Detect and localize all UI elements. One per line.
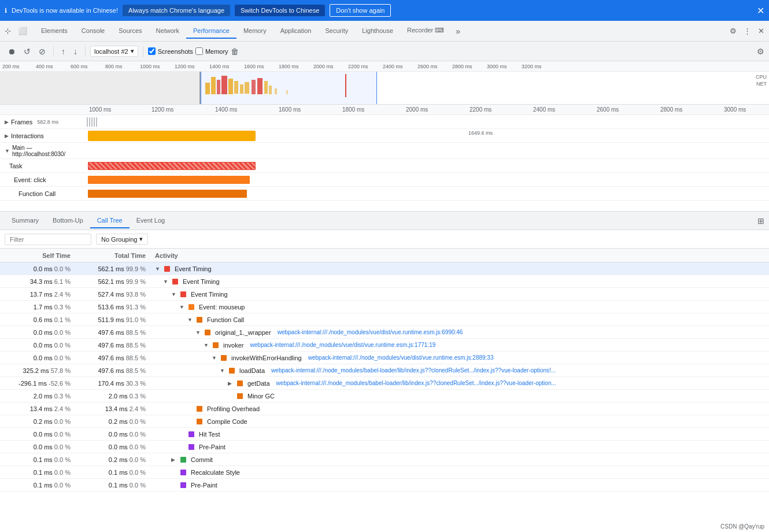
table-row[interactable]: 0.2 ms 0.0 % 0.2 ms 0.0 % Compile Code (0, 415, 769, 428)
activity-link[interactable]: webpack-internal:///./node_modules/babel… (271, 367, 556, 374)
tab-call-tree[interactable]: Call Tree (90, 213, 130, 228)
activity-link[interactable]: webpack-internal:///./node_modules/vue/d… (250, 342, 436, 348)
tree-toggle[interactable]: ▼ (163, 279, 170, 285)
screenshots-checkbox[interactable] (148, 47, 156, 55)
overview-chart[interactable]: CPU NET (0, 72, 769, 105)
call-tree-table[interactable]: Self Time Total Time Activity 0.0 ms 0.0… (0, 249, 769, 532)
header-self-time[interactable]: Self Time (0, 252, 75, 259)
table-row[interactable]: 2.0 ms 0.3 % 2.0 ms 0.3 % Minor GC (0, 390, 769, 402)
panel-expand-button[interactable]: ⊞ (757, 216, 764, 226)
close-devtools-button[interactable]: ✕ (756, 25, 767, 36)
device-mode-icon[interactable]: ⬜ (16, 25, 29, 36)
clear-button[interactable]: ⊘ (36, 45, 49, 58)
table-row[interactable]: -296.1 ms -52.6 % 170.4 ms 30.3 % ▶ getD… (0, 377, 769, 390)
more-tabs-button[interactable]: » (451, 24, 465, 38)
interactions-row[interactable]: ▶ Interactions 1649.6 ms (0, 129, 769, 143)
task-row[interactable]: Task (0, 159, 769, 173)
tab-security[interactable]: Security (318, 24, 355, 39)
table-row[interactable]: 0.1 ms 0.0 % 0.1 ms 0.0 % Pre-Paint (0, 479, 769, 492)
table-row[interactable]: 0.6 ms 0.1 % 511.9 ms 91.0 % ▼ Function … (0, 313, 769, 326)
activity-cell: ▶ getData webpack-internal:///./node_mod… (150, 380, 769, 387)
table-row[interactable]: 13.7 ms 2.4 % 527.4 ms 93.8 % ▼ Event Ti… (0, 288, 769, 301)
inspect-icon[interactable]: ⊹ (2, 25, 13, 36)
tab-network[interactable]: Network (149, 24, 186, 39)
always-match-button[interactable]: Always match Chrome's language (123, 5, 230, 16)
function-call-label[interactable]: Function Call (0, 190, 87, 197)
table-row[interactable]: 0.0 ms 0.0 % 0.0 ms 0.0 % Pre-Paint (0, 441, 769, 453)
table-row[interactable]: 0.0 ms 0.0 % 562.1 ms 99.9 % ▼ Event Tim… (0, 263, 769, 275)
task-label[interactable]: Task (0, 162, 87, 169)
tree-toggle[interactable]: ▶ (171, 457, 178, 463)
table-row[interactable]: 1.7 ms 0.3 % 513.6 ms 91.3 % ▼ Event: mo… (0, 301, 769, 313)
frames-row[interactable]: ▶ Frames 582.8 ms (0, 115, 769, 129)
tree-toggle[interactable]: ▼ (204, 342, 210, 348)
switch-devtools-button[interactable]: Switch DevTools to Chinese (235, 5, 325, 16)
header-activity: Activity (150, 252, 769, 259)
grouping-selector[interactable]: No Grouping ▾ (96, 234, 148, 245)
tree-toggle[interactable]: ▼ (179, 304, 186, 310)
tree-toggle[interactable]: ▼ (212, 355, 219, 361)
table-row[interactable]: 0.0 ms 0.0 % 0.0 ms 0.0 % Hit Test (0, 428, 769, 441)
settings-gear-icon[interactable]: ⚙ (727, 25, 739, 36)
table-row[interactable]: 325.2 ms 57.8 % 497.6 ms 88.5 % ▼ loadDa… (0, 364, 769, 377)
tab-sources[interactable]: Sources (112, 24, 149, 39)
tree-toggle[interactable]: ▼ (155, 266, 162, 272)
table-header: Self Time Total Time Activity (0, 249, 769, 263)
tab-summary[interactable]: Summary (5, 213, 46, 228)
download-button[interactable]: ↓ (71, 45, 80, 58)
toolbar-settings-button[interactable]: ⚙ (757, 47, 764, 56)
table-row[interactable]: 0.0 ms 0.0 % 497.6 ms 88.5 % ▼ invokeWit… (0, 352, 769, 364)
activity-link[interactable]: webpack-internal:///./node_modules/vue/d… (278, 329, 463, 335)
toolbar-separator-3 (143, 46, 143, 57)
event-click-row[interactable]: Event: click (0, 173, 769, 187)
function-call-row[interactable]: Function Call (0, 187, 769, 201)
record-button[interactable]: ⏺ (5, 45, 19, 58)
table-row[interactable]: 0.1 ms 0.0 % 0.1 ms 0.0 % Recalculate St… (0, 466, 769, 479)
tree-toggle[interactable]: ▶ (228, 380, 235, 386)
tab-application[interactable]: Application (273, 24, 319, 39)
activity-link[interactable]: webpack-internal:///./node_modules/babel… (276, 380, 556, 386)
more-options-icon[interactable]: ⋮ (741, 25, 753, 36)
tab-event-log[interactable]: Event Log (130, 213, 172, 228)
self-time-cell: 1.7 ms 0.3 % (0, 304, 75, 311)
main-label[interactable]: ▼ Main — http://localhost:8030/ (0, 145, 87, 157)
tab-console[interactable]: Console (75, 24, 112, 39)
overview-selected-region[interactable] (201, 72, 377, 105)
header-total-time[interactable]: Total Time (75, 252, 150, 259)
self-time-cell: 0.0 ms 0.0 % (0, 354, 75, 361)
tab-performance[interactable]: Performance (186, 24, 236, 39)
tab-bottom-up[interactable]: Bottom-Up (46, 213, 90, 228)
dont-show-again-button[interactable]: Don't show again (330, 4, 391, 17)
tree-toggle[interactable]: ▼ (171, 291, 178, 297)
activity-link[interactable]: webpack-internal:///./node_modules/vue/d… (308, 354, 494, 361)
close-infobar-button[interactable]: ✕ (757, 5, 764, 16)
tab-lighthouse[interactable]: Lighthouse (355, 24, 400, 39)
frames-label[interactable]: ▶ Frames 582.8 ms (0, 119, 87, 125)
activity-label: Event Timing (175, 265, 212, 272)
reload-button[interactable]: ↺ (21, 45, 34, 58)
table-row[interactable]: 0.0 ms 0.0 % 497.6 ms 88.5 % ▼ invoker w… (0, 339, 769, 352)
self-time-cell: 0.0 ms 0.0 % (0, 431, 75, 438)
table-row[interactable]: 0.0 ms 0.0 % 497.6 ms 88.5 % ▼ original_… (0, 326, 769, 339)
tab-memory[interactable]: Memory (236, 24, 273, 39)
tree-toggle[interactable]: ▼ (187, 317, 194, 323)
memory-checkbox[interactable] (195, 47, 203, 55)
interactions-label[interactable]: ▶ Interactions (0, 132, 87, 139)
upload-button[interactable]: ↑ (58, 45, 68, 58)
target-selector[interactable]: localhost #2 ▾ (90, 46, 138, 57)
table-row[interactable]: 34.3 ms 6.1 % 562.1 ms 99.9 % ▼ Event Ti… (0, 275, 769, 288)
table-row[interactable]: 13.4 ms 2.4 % 13.4 ms 2.4 % Profiling Ov… (0, 402, 769, 415)
filter-input[interactable] (5, 234, 91, 245)
event-click-label[interactable]: Event: click (0, 176, 87, 183)
tree-toggle[interactable]: ▼ (220, 368, 227, 374)
delete-recording-button[interactable]: 🗑 (231, 47, 239, 56)
memory-checkbox-label[interactable]: Memory (195, 47, 228, 55)
tab-elements[interactable]: Elements (34, 24, 75, 39)
table-row[interactable]: 0.1 ms 0.0 % 0.2 ms 0.0 % ▶ Commit (0, 453, 769, 466)
main-row[interactable]: ▼ Main — http://localhost:8030/ (0, 143, 769, 159)
total-time-cell: 0.0 ms 0.0 % (75, 431, 150, 438)
screenshots-checkbox-label[interactable]: Screenshots (148, 47, 193, 55)
overview-panel: 200 ms 400 ms 600 ms 800 ms 1000 ms 1200… (0, 61, 769, 105)
tree-toggle[interactable]: ▼ (195, 330, 202, 335)
tab-recorder[interactable]: Recorder ⌨ (400, 23, 451, 39)
